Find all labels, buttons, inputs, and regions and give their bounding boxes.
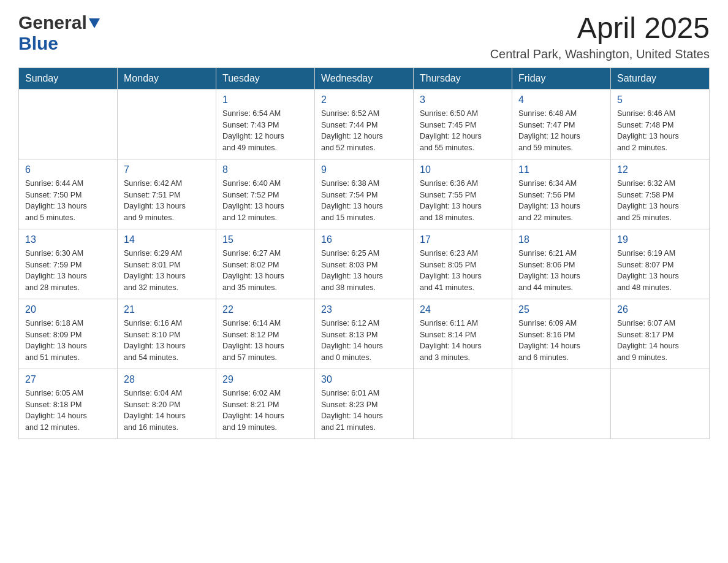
page-header: General Blue April 2025 Central Park, Wa…: [18, 12, 710, 61]
calendar-cell: [414, 369, 512, 439]
calendar-cell: 24Sunrise: 6:11 AMSunset: 8:14 PMDayligh…: [414, 299, 512, 369]
calendar-cell: 4Sunrise: 6:48 AMSunset: 7:47 PMDaylight…: [512, 89, 611, 159]
day-number: 29: [222, 374, 308, 385]
day-number: 9: [321, 164, 407, 175]
day-info: Sunrise: 6:38 AMSunset: 7:54 PMDaylight:…: [321, 178, 407, 224]
day-number: 18: [518, 234, 604, 245]
calendar-cell: 13Sunrise: 6:30 AMSunset: 7:59 PMDayligh…: [19, 229, 118, 299]
logo-general-text: General: [18, 12, 87, 33]
day-info: Sunrise: 6:29 AMSunset: 8:01 PMDaylight:…: [124, 248, 210, 294]
day-number: 26: [617, 304, 703, 315]
day-info: Sunrise: 6:14 AMSunset: 8:12 PMDaylight:…: [222, 318, 308, 364]
calendar-week-row: 20Sunrise: 6:18 AMSunset: 8:09 PMDayligh…: [19, 299, 710, 369]
calendar-cell: 22Sunrise: 6:14 AMSunset: 8:12 PMDayligh…: [216, 299, 315, 369]
day-number: 27: [25, 374, 111, 385]
svg-marker-0: [89, 18, 100, 28]
day-number: 6: [25, 164, 111, 175]
calendar-cell: 28Sunrise: 6:04 AMSunset: 8:20 PMDayligh…: [118, 369, 216, 439]
calendar-cell: 29Sunrise: 6:02 AMSunset: 8:21 PMDayligh…: [216, 369, 315, 439]
day-number: 23: [321, 304, 407, 315]
day-info: Sunrise: 6:05 AMSunset: 8:18 PMDaylight:…: [25, 388, 111, 434]
day-number: 28: [124, 374, 210, 385]
day-number: 12: [617, 164, 703, 175]
weekday-header: Wednesday: [315, 67, 414, 89]
calendar-cell: 2Sunrise: 6:52 AMSunset: 7:44 PMDaylight…: [315, 89, 414, 159]
calendar-cell: 26Sunrise: 6:07 AMSunset: 8:17 PMDayligh…: [611, 299, 710, 369]
day-info: Sunrise: 6:09 AMSunset: 8:16 PMDaylight:…: [518, 318, 604, 364]
calendar-cell: 7Sunrise: 6:42 AMSunset: 7:51 PMDaylight…: [118, 159, 216, 229]
day-info: Sunrise: 6:42 AMSunset: 7:51 PMDaylight:…: [124, 178, 210, 224]
day-info: Sunrise: 6:36 AMSunset: 7:55 PMDaylight:…: [420, 178, 506, 224]
calendar-week-row: 27Sunrise: 6:05 AMSunset: 8:18 PMDayligh…: [19, 369, 710, 439]
day-info: Sunrise: 6:46 AMSunset: 7:48 PMDaylight:…: [617, 108, 703, 154]
calendar-cell: 30Sunrise: 6:01 AMSunset: 8:23 PMDayligh…: [315, 369, 414, 439]
calendar-cell: 17Sunrise: 6:23 AMSunset: 8:05 PMDayligh…: [414, 229, 512, 299]
day-info: Sunrise: 6:01 AMSunset: 8:23 PMDaylight:…: [321, 388, 407, 434]
calendar-cell: 25Sunrise: 6:09 AMSunset: 8:16 PMDayligh…: [512, 299, 611, 369]
calendar-cell: 18Sunrise: 6:21 AMSunset: 8:06 PMDayligh…: [512, 229, 611, 299]
month-title: April 2025: [490, 12, 710, 45]
day-info: Sunrise: 6:21 AMSunset: 8:06 PMDaylight:…: [518, 248, 604, 294]
day-number: 19: [617, 234, 703, 245]
calendar-week-row: 13Sunrise: 6:30 AMSunset: 7:59 PMDayligh…: [19, 229, 710, 299]
day-number: 30: [321, 374, 407, 385]
day-number: 20: [25, 304, 111, 315]
calendar-cell: 19Sunrise: 6:19 AMSunset: 8:07 PMDayligh…: [611, 229, 710, 299]
calendar-cell: 1Sunrise: 6:54 AMSunset: 7:43 PMDaylight…: [216, 89, 315, 159]
calendar-cell: 9Sunrise: 6:38 AMSunset: 7:54 PMDaylight…: [315, 159, 414, 229]
day-number: 21: [124, 304, 210, 315]
day-info: Sunrise: 6:19 AMSunset: 8:07 PMDaylight:…: [617, 248, 703, 294]
day-number: 2: [321, 94, 407, 105]
day-number: 7: [124, 164, 210, 175]
calendar-cell: 3Sunrise: 6:50 AMSunset: 7:45 PMDaylight…: [414, 89, 512, 159]
calendar-cell: 12Sunrise: 6:32 AMSunset: 7:58 PMDayligh…: [611, 159, 710, 229]
calendar-cell: 20Sunrise: 6:18 AMSunset: 8:09 PMDayligh…: [19, 299, 118, 369]
day-info: Sunrise: 6:34 AMSunset: 7:56 PMDaylight:…: [518, 178, 604, 224]
day-number: 5: [617, 94, 703, 105]
weekday-header: Thursday: [414, 67, 512, 89]
weekday-header: Saturday: [611, 67, 710, 89]
weekday-header: Monday: [118, 67, 216, 89]
calendar-cell: 6Sunrise: 6:44 AMSunset: 7:50 PMDaylight…: [19, 159, 118, 229]
day-info: Sunrise: 6:23 AMSunset: 8:05 PMDaylight:…: [420, 248, 506, 294]
logo-triangle-icon: [89, 18, 100, 31]
day-number: 4: [518, 94, 604, 105]
calendar-cell: 14Sunrise: 6:29 AMSunset: 8:01 PMDayligh…: [118, 229, 216, 299]
day-info: Sunrise: 6:30 AMSunset: 7:59 PMDaylight:…: [25, 248, 111, 294]
title-block: April 2025 Central Park, Washington, Uni…: [490, 12, 710, 61]
day-info: Sunrise: 6:25 AMSunset: 8:03 PMDaylight:…: [321, 248, 407, 294]
day-number: 13: [25, 234, 111, 245]
day-number: 11: [518, 164, 604, 175]
day-info: Sunrise: 6:48 AMSunset: 7:47 PMDaylight:…: [518, 108, 604, 154]
calendar-cell: 16Sunrise: 6:25 AMSunset: 8:03 PMDayligh…: [315, 229, 414, 299]
calendar-cell: 21Sunrise: 6:16 AMSunset: 8:10 PMDayligh…: [118, 299, 216, 369]
calendar-cell: 11Sunrise: 6:34 AMSunset: 7:56 PMDayligh…: [512, 159, 611, 229]
day-info: Sunrise: 6:11 AMSunset: 8:14 PMDaylight:…: [420, 318, 506, 364]
calendar-cell: [611, 369, 710, 439]
weekday-header: Sunday: [19, 67, 118, 89]
day-info: Sunrise: 6:40 AMSunset: 7:52 PMDaylight:…: [222, 178, 308, 224]
day-number: 24: [420, 304, 506, 315]
day-info: Sunrise: 6:44 AMSunset: 7:50 PMDaylight:…: [25, 178, 111, 224]
logo: General Blue: [18, 12, 100, 54]
day-info: Sunrise: 6:18 AMSunset: 8:09 PMDaylight:…: [25, 318, 111, 364]
logo-blue-text: Blue: [18, 33, 58, 53]
weekday-header: Friday: [512, 67, 611, 89]
day-info: Sunrise: 6:27 AMSunset: 8:02 PMDaylight:…: [222, 248, 308, 294]
calendar-cell: 27Sunrise: 6:05 AMSunset: 8:18 PMDayligh…: [19, 369, 118, 439]
day-info: Sunrise: 6:54 AMSunset: 7:43 PMDaylight:…: [222, 108, 308, 154]
calendar-table: SundayMondayTuesdayWednesdayThursdayFrid…: [18, 67, 710, 439]
location-subtitle: Central Park, Washington, United States: [490, 47, 710, 61]
day-info: Sunrise: 6:07 AMSunset: 8:17 PMDaylight:…: [617, 318, 703, 364]
calendar-cell: 15Sunrise: 6:27 AMSunset: 8:02 PMDayligh…: [216, 229, 315, 299]
weekday-header: Tuesday: [216, 67, 315, 89]
day-number: 17: [420, 234, 506, 245]
day-info: Sunrise: 6:32 AMSunset: 7:58 PMDaylight:…: [617, 178, 703, 224]
day-info: Sunrise: 6:04 AMSunset: 8:20 PMDaylight:…: [124, 388, 210, 434]
day-number: 22: [222, 304, 308, 315]
calendar-cell: 8Sunrise: 6:40 AMSunset: 7:52 PMDaylight…: [216, 159, 315, 229]
day-number: 25: [518, 304, 604, 315]
calendar-cell: [512, 369, 611, 439]
calendar-week-row: 1Sunrise: 6:54 AMSunset: 7:43 PMDaylight…: [19, 89, 710, 159]
calendar-cell: 10Sunrise: 6:36 AMSunset: 7:55 PMDayligh…: [414, 159, 512, 229]
